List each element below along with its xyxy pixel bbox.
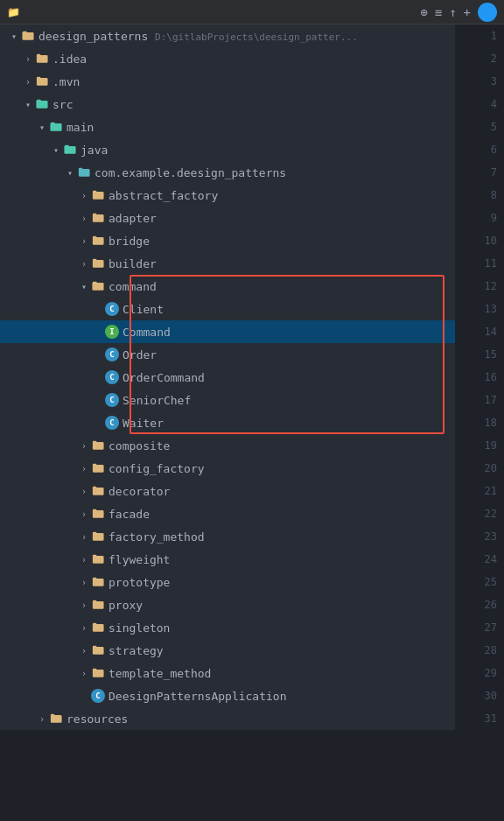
tree-item[interactable]: ▾main: [0, 116, 455, 138]
chevron-icon: ›: [77, 484, 91, 498]
tree-item[interactable]: ›abstract_factory: [0, 184, 455, 207]
item-label: flyweight: [108, 553, 170, 566]
tree-item[interactable]: ▾deesign_patterns D:\gitlabProjects\dees…: [0, 25, 455, 47]
line-number: 27: [485, 616, 497, 639]
chevron-icon: ›: [21, 74, 35, 88]
add-icon[interactable]: +: [464, 5, 471, 19]
folder-icon: [91, 666, 105, 680]
tree-item[interactable]: ▾command: [0, 275, 455, 298]
file-tree: ▾deesign_patterns D:\gitlabProjects\dees…: [0, 25, 455, 730]
tree-item[interactable]: COrderCommand: [0, 366, 455, 389]
chevron-icon: ›: [35, 712, 49, 726]
tree-item[interactable]: ICommand: [0, 320, 455, 343]
folder-icon: [91, 621, 105, 635]
line-number: 6: [491, 138, 497, 161]
line-number: 14: [485, 320, 497, 343]
item-label: template_method: [108, 667, 211, 680]
folder-icon: [49, 712, 63, 726]
tree-item[interactable]: ▾java: [0, 138, 455, 161]
folder-icon: [91, 484, 105, 498]
chevron-icon: ›: [77, 598, 91, 612]
chevron-icon: ▾: [77, 279, 91, 293]
expand-icon[interactable]: ↑: [449, 5, 456, 19]
line-number: 7: [491, 161, 497, 184]
tree-item[interactable]: ›config_factory: [0, 457, 455, 480]
tree-item[interactable]: ›bridge: [0, 229, 455, 252]
item-label: singleton: [108, 621, 170, 635]
refresh-icon[interactable]: ⊕: [420, 5, 427, 19]
class-icon: C: [105, 393, 119, 407]
tree-item[interactable]: ›flyweight: [0, 548, 455, 571]
chevron-icon: ›: [77, 211, 91, 225]
line-number: 13: [485, 298, 497, 320]
chevron-icon: ›: [77, 666, 91, 680]
tree-item[interactable]: ▾com.example.deesign_patterns: [0, 161, 455, 184]
tree-item[interactable]: ▾src: [0, 93, 455, 116]
tree-item[interactable]: ›.idea: [0, 47, 455, 70]
tree-item[interactable]: ›facade: [0, 502, 455, 525]
item-label: bridge: [108, 235, 150, 248]
line-number: 21: [485, 480, 497, 502]
tree-item[interactable]: CDeesignPatternsApplication: [0, 684, 455, 707]
tree-item[interactable]: COrder: [0, 343, 455, 366]
line-number: 10: [485, 229, 497, 252]
tree-item[interactable]: CClient: [0, 298, 455, 320]
folder-icon: [91, 256, 105, 270]
item-label: DeesignPatternsApplication: [108, 690, 287, 703]
chevron-icon: ›: [77, 507, 91, 521]
item-label: .mvn: [52, 75, 80, 88]
line-number: 30: [485, 684, 497, 707]
item-label: .idea: [52, 53, 87, 66]
tree-item[interactable]: CWaiter: [0, 411, 455, 434]
tree-item[interactable]: ›builder: [0, 252, 455, 275]
tree-item[interactable]: ›factory_method: [0, 525, 455, 548]
chevron-icon: ›: [77, 621, 91, 635]
item-label: strategy: [108, 644, 164, 657]
folder-icon: [21, 29, 35, 43]
tree-item[interactable]: ›resources: [0, 707, 455, 730]
line-number: 28: [485, 639, 497, 662]
tree-item[interactable]: ›composite: [0, 434, 455, 457]
tree-item[interactable]: CSeniorChef: [0, 389, 455, 411]
chevron-icon: ▾: [7, 29, 21, 43]
chevron-icon: ›: [77, 234, 91, 248]
item-label: main: [66, 121, 94, 134]
menu-icon[interactable]: ≡: [435, 5, 442, 19]
item-label: com.example.deesign_patterns: [94, 166, 286, 179]
line-number: 8: [491, 184, 497, 207]
line-number: 23: [485, 525, 497, 548]
folder-icon: [91, 234, 105, 248]
item-label: SeniorChef: [122, 394, 191, 407]
line-number: 19: [485, 434, 497, 457]
item-label: Waiter: [122, 417, 164, 430]
class-icon: C: [105, 416, 119, 430]
tree-item[interactable]: ›singleton: [0, 616, 455, 639]
line-number: 16: [485, 366, 497, 389]
folder-icon: [35, 74, 49, 88]
line-number: 26: [485, 593, 497, 616]
line-number: 1: [491, 25, 497, 47]
folder-icon: [91, 598, 105, 612]
folder-icon: [91, 279, 105, 293]
tree-item[interactable]: ›prototype: [0, 571, 455, 593]
tree-item[interactable]: ›proxy: [0, 593, 455, 616]
line-number: 31: [485, 707, 497, 730]
item-label: resources: [66, 712, 128, 726]
tree-item[interactable]: ›adapter: [0, 207, 455, 229]
chevron-icon: ›: [77, 439, 91, 453]
tree-item[interactable]: ›template_method: [0, 662, 455, 684]
item-label: OrderCommand: [122, 371, 205, 384]
tree-item[interactable]: ›decorator: [0, 480, 455, 502]
chevron-icon: ▾: [49, 143, 63, 157]
item-label: Client: [122, 303, 164, 316]
class-icon: C: [91, 689, 105, 703]
folder-icon: [91, 461, 105, 475]
line-number: 29: [485, 662, 497, 684]
top-bar: 📁 ⊕ ≡ ↑ +: [0, 0, 504, 25]
line-number: 22: [485, 502, 497, 525]
tree-item[interactable]: ›.mvn: [0, 70, 455, 93]
tree-item[interactable]: ›strategy: [0, 639, 455, 662]
line-number: 2: [491, 47, 497, 70]
folder-icon: [91, 439, 105, 453]
chevron-icon: ▾: [35, 120, 49, 134]
